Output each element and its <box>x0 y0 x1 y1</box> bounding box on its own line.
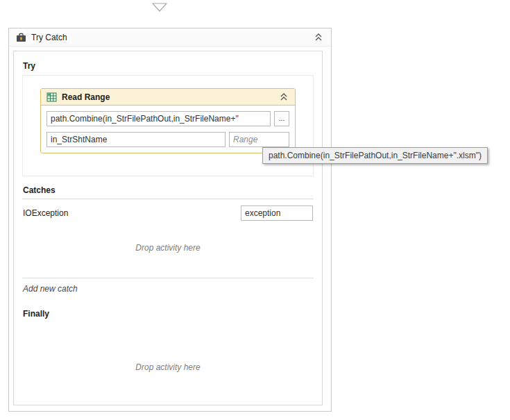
try-section-label: Try <box>23 61 314 71</box>
browse-button[interactable]: ... <box>274 111 289 126</box>
collapse-triangle-icon[interactable] <box>152 3 167 12</box>
read-range-body: ... <box>41 106 295 153</box>
catches-section-label: Catches <box>23 185 314 195</box>
drop-hint: Drop activity here <box>135 243 200 253</box>
catches-section-header: Catches <box>22 185 314 199</box>
sheet-name-input[interactable] <box>46 132 226 147</box>
finally-section-label: Finally <box>23 309 314 319</box>
read-range-header[interactable]: Read Range <box>41 89 295 106</box>
try-catch-icon <box>16 33 26 42</box>
finally-drop-area[interactable]: Drop activity here <box>22 323 314 405</box>
read-range-title: Read Range <box>62 92 110 102</box>
workbook-path-input[interactable] <box>46 111 271 126</box>
try-catch-collapse-button[interactable] <box>313 32 324 42</box>
drop-hint: Drop activity here <box>135 362 200 372</box>
read-range-activity[interactable]: Read Range ... <box>40 88 296 153</box>
range-input[interactable] <box>229 132 289 147</box>
expression-tooltip: path.Combine(in_StrFilePathOut,in_StrFil… <box>262 147 488 164</box>
read-range-collapse-button[interactable] <box>278 92 289 102</box>
divider <box>22 278 314 278</box>
try-catch-body: Try <box>13 51 323 405</box>
catch-drop-area[interactable]: Drop activity here <box>22 221 314 275</box>
designer-canvas: Try Catch Try <box>0 0 510 420</box>
try-catch-activity[interactable]: Try Catch Try <box>8 28 332 412</box>
add-new-catch-link[interactable]: Add new catch <box>23 284 313 294</box>
catch-row: IOException <box>23 205 313 221</box>
try-catch-header[interactable]: Try Catch <box>9 28 331 47</box>
catch-exception-type[interactable]: IOException <box>23 208 68 218</box>
exception-variable-input[interactable] <box>241 205 313 221</box>
tooltip-text: path.Combine(in_StrFilePathOut,in_StrFil… <box>269 151 482 160</box>
try-catch-title: Try Catch <box>31 33 67 42</box>
excel-grid-icon <box>46 92 57 102</box>
